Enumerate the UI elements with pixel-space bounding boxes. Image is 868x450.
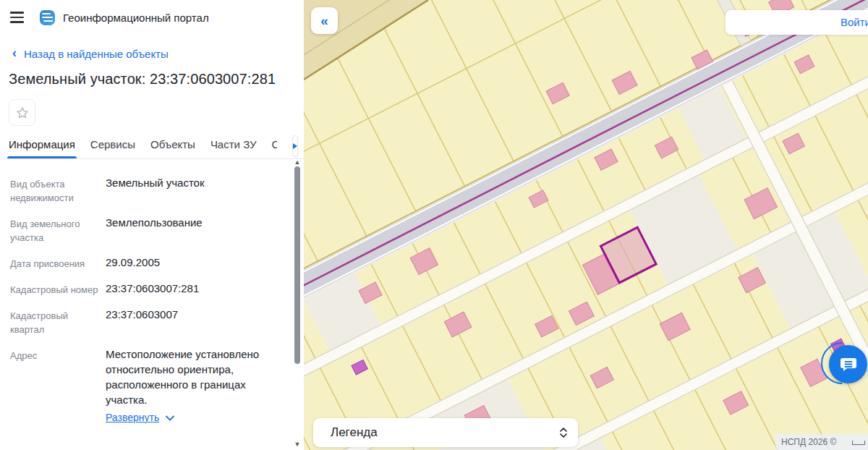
star-icon xyxy=(15,106,30,120)
field-row: Кадастровый номер 23:37:0603007:281 xyxy=(10,281,282,297)
nspd-logo-icon xyxy=(40,10,55,25)
map-container: « Войти Легенда НСПД 2026 © xyxy=(304,0,868,450)
tabs-scroll-right-button[interactable] xyxy=(292,135,298,157)
field-row: Дата присвоения 29.09.2005 xyxy=(10,255,282,271)
scrollbar-thumb[interactable] xyxy=(294,166,300,364)
object-info-panel: Геоинформационный портал ‹ Назад в найде… xyxy=(0,0,304,450)
legend-bar: Легенда xyxy=(313,418,578,447)
scroll-up-icon[interactable]: ▲ xyxy=(292,158,302,166)
chevron-up-down-icon xyxy=(559,427,568,438)
tab-services[interactable]: Сервисы xyxy=(90,138,135,158)
panel-header: Геоинформационный портал xyxy=(0,0,304,35)
field-row: Вид объекта недвижимости Земельный участ… xyxy=(10,175,282,205)
panel-scrollbar[interactable]: ▲ ▼ xyxy=(292,158,302,450)
favorite-button[interactable] xyxy=(9,99,35,126)
field-row: Вид земельного участка Землепользование xyxy=(10,215,282,245)
info-field-list: Вид объекта недвижимости Земельный участ… xyxy=(0,159,304,432)
scroll-down-icon[interactable]: ▼ xyxy=(292,440,302,449)
geoportal-app: Геоинформационный портал ‹ Назад в найде… xyxy=(0,0,868,450)
arrow-right-icon xyxy=(293,143,297,149)
chat-button[interactable] xyxy=(829,345,867,383)
tab-parts[interactable]: Части ЗУ xyxy=(210,138,257,158)
collapse-panel-button[interactable]: « xyxy=(311,7,338,34)
app-title: Геоинформационный портал xyxy=(63,12,209,24)
tab-composition[interactable]: Состав xyxy=(272,138,277,158)
cadastral-map[interactable] xyxy=(304,0,868,450)
field-row: Кадастровый квартал 23:37:0603007 xyxy=(10,307,282,336)
menu-icon[interactable] xyxy=(10,12,24,22)
address-value: Местоположение установлено относительно … xyxy=(106,348,259,406)
legend-toggle-button[interactable] xyxy=(559,427,568,438)
chevron-left-icon: ‹ xyxy=(12,46,17,59)
back-link-label: Назад в найденные объекты xyxy=(24,48,169,60)
legend-label: Легенда xyxy=(331,425,378,440)
address-expand-link[interactable]: Развернуть xyxy=(106,410,282,425)
tab-bar: Информация Сервисы Объекты Части ЗУ Сост… xyxy=(0,135,304,159)
tab-objects[interactable]: Объекты xyxy=(150,138,195,158)
tab-information[interactable]: Информация xyxy=(9,138,75,158)
page-title: Земельный участок: 23:37:0603007:281 xyxy=(9,71,292,88)
login-button[interactable]: Войти xyxy=(841,16,868,28)
field-row-address: Адрес Местоположение установлено относит… xyxy=(10,347,282,425)
back-link[interactable]: ‹ Назад в найденные объекты xyxy=(12,47,292,60)
scale-bar xyxy=(852,441,865,445)
chevron-down-icon xyxy=(166,415,174,421)
chat-bubble-icon xyxy=(838,355,859,375)
